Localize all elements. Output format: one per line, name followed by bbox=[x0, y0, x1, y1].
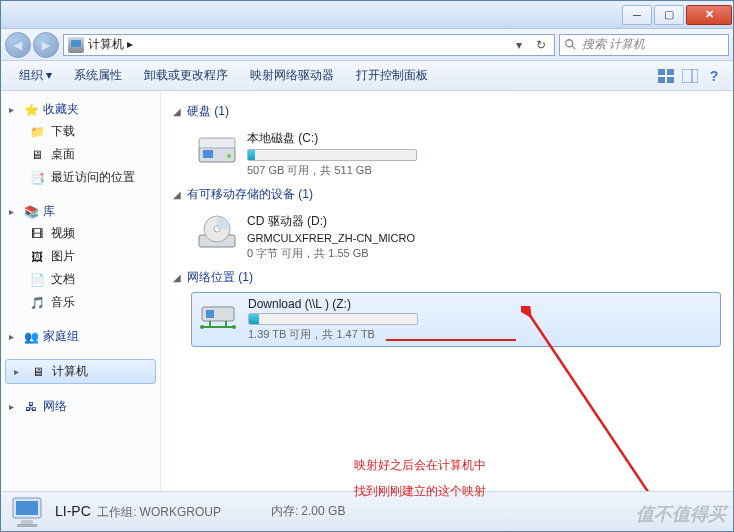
search-icon bbox=[564, 38, 578, 52]
computer-icon: 🖥 bbox=[30, 364, 46, 380]
preview-pane-icon[interactable] bbox=[679, 65, 701, 87]
collapse-icon: ◢ bbox=[173, 189, 183, 200]
workgroup-value: WORKGROUP bbox=[140, 505, 221, 519]
sidebar-item-downloads[interactable]: 📁下载 bbox=[1, 120, 160, 143]
svg-rect-21 bbox=[16, 501, 38, 515]
svg-rect-6 bbox=[682, 69, 698, 83]
usage-bar bbox=[247, 149, 417, 161]
control-panel-button[interactable]: 打开控制面板 bbox=[346, 63, 438, 88]
svg-rect-23 bbox=[17, 524, 37, 527]
computer-large-icon bbox=[9, 496, 45, 528]
navigation-pane: ▸ ⭐ 收藏夹 📁下载 🖥桌面 📑最近访问的位置 ▸ 📚 库 🎞视频 🖼图片 📄… bbox=[1, 91, 161, 491]
drive-local-c[interactable]: 本地磁盘 (C:) 507 GB 可用，共 511 GB bbox=[191, 126, 721, 182]
folder-icon: 📁 bbox=[29, 124, 45, 140]
chevron-icon: ▸ bbox=[9, 331, 19, 342]
svg-rect-9 bbox=[199, 138, 235, 148]
address-path: 计算机 ▸ bbox=[88, 36, 506, 53]
drive-name: CD 驱动器 (D:) bbox=[247, 213, 717, 230]
chevron-icon: ▸ bbox=[9, 401, 19, 412]
address-bar[interactable]: 计算机 ▸ ▾ ↻ bbox=[63, 34, 555, 56]
section-removable-header[interactable]: ◢ 有可移动存储的设备 (1) bbox=[173, 186, 721, 203]
nav-back-button[interactable]: ◄ bbox=[5, 32, 31, 58]
sidebar-item-desktop[interactable]: 🖥桌面 bbox=[1, 143, 160, 166]
annotation-underline bbox=[386, 339, 516, 341]
svg-rect-2 bbox=[658, 69, 665, 75]
svg-rect-22 bbox=[21, 520, 33, 524]
music-icon: 🎵 bbox=[29, 295, 45, 311]
svg-rect-10 bbox=[203, 150, 213, 158]
content-area: ◢ 硬盘 (1) 本地磁盘 (C:) 507 GB 可用，共 511 GB ◢ … bbox=[161, 91, 733, 491]
network-drive-icon bbox=[196, 297, 240, 337]
memory-value: 2.00 GB bbox=[301, 504, 345, 518]
drive-name: 本地磁盘 (C:) bbox=[247, 130, 717, 147]
view-icon[interactable] bbox=[655, 65, 677, 87]
toolbar: 组织 ▾ 系统属性 卸载或更改程序 映射网络驱动器 打开控制面板 ? bbox=[1, 61, 733, 91]
workgroup-label: 工作组: bbox=[97, 505, 136, 519]
map-drive-button[interactable]: 映射网络驱动器 bbox=[240, 63, 344, 88]
collapse-icon: ◢ bbox=[173, 272, 183, 283]
desktop-icon: 🖥 bbox=[29, 147, 45, 163]
sidebar-favorites-header[interactable]: ▸ ⭐ 收藏夹 bbox=[1, 99, 160, 120]
svg-rect-5 bbox=[667, 77, 674, 83]
svg-rect-16 bbox=[206, 310, 214, 318]
usage-bar bbox=[248, 313, 418, 325]
svg-point-18 bbox=[232, 325, 236, 329]
chevron-icon: ▸ bbox=[9, 206, 19, 217]
minimize-button[interactable]: ─ bbox=[622, 5, 652, 25]
section-network-header[interactable]: ◢ 网络位置 (1) bbox=[173, 269, 721, 286]
status-pc-name: LI-PC bbox=[55, 503, 91, 519]
drive-name: Download (\\L ) (Z:) bbox=[248, 297, 716, 311]
sidebar-item-documents[interactable]: 📄文档 bbox=[1, 268, 160, 291]
search-placeholder: 搜索 计算机 bbox=[582, 36, 645, 53]
svg-rect-4 bbox=[658, 77, 665, 83]
help-icon[interactable]: ? bbox=[703, 65, 725, 87]
section-hdd-header[interactable]: ◢ 硬盘 (1) bbox=[173, 103, 721, 120]
sidebar-homegroup[interactable]: ▸ 👥 家庭组 bbox=[1, 326, 160, 347]
drive-cd-d[interactable]: CD 驱动器 (D:) GRMCULXFRER_ZH-CN_MICRO 0 字节… bbox=[191, 209, 721, 265]
recent-icon: 📑 bbox=[29, 170, 45, 186]
svg-rect-3 bbox=[667, 69, 674, 75]
svg-line-1 bbox=[572, 45, 576, 49]
chevron-icon: ▸ bbox=[14, 366, 24, 377]
svg-point-0 bbox=[566, 39, 573, 46]
sidebar-item-pictures[interactable]: 🖼图片 bbox=[1, 245, 160, 268]
sidebar-item-music[interactable]: 🎵音乐 bbox=[1, 291, 160, 314]
svg-point-11 bbox=[227, 154, 231, 158]
watermark: 值不值得买 bbox=[636, 502, 726, 526]
maximize-button[interactable]: ▢ bbox=[654, 5, 684, 25]
drive-sublabel: GRMCULXFRER_ZH-CN_MICRO bbox=[247, 232, 717, 244]
video-icon: 🎞 bbox=[29, 226, 45, 242]
titlebar: ─ ▢ ✕ bbox=[1, 1, 733, 29]
computer-icon bbox=[68, 37, 84, 53]
chevron-icon: ▸ bbox=[9, 104, 19, 115]
system-properties-button[interactable]: 系统属性 bbox=[64, 63, 132, 88]
navbar: ◄ ► 计算机 ▸ ▾ ↻ 搜索 计算机 bbox=[1, 29, 733, 61]
svg-point-17 bbox=[200, 325, 204, 329]
uninstall-button[interactable]: 卸载或更改程序 bbox=[134, 63, 238, 88]
cd-icon bbox=[195, 213, 239, 253]
memory-label: 内存: bbox=[271, 504, 298, 518]
close-button[interactable]: ✕ bbox=[686, 5, 732, 25]
sidebar-computer[interactable]: ▸ 🖥 计算机 bbox=[5, 359, 156, 384]
star-icon: ⭐ bbox=[23, 102, 39, 118]
sidebar-network[interactable]: ▸ 🖧 网络 bbox=[1, 396, 160, 417]
sidebar-item-recent[interactable]: 📑最近访问的位置 bbox=[1, 166, 160, 189]
drive-status: 507 GB 可用，共 511 GB bbox=[247, 163, 717, 178]
sidebar-libraries-header[interactable]: ▸ 📚 库 bbox=[1, 201, 160, 222]
refresh-icon[interactable]: ↻ bbox=[532, 36, 550, 54]
search-input[interactable]: 搜索 计算机 bbox=[559, 34, 729, 56]
collapse-icon: ◢ bbox=[173, 106, 183, 117]
address-dropdown-icon[interactable]: ▾ bbox=[510, 36, 528, 54]
homegroup-icon: 👥 bbox=[23, 329, 39, 345]
organize-button[interactable]: 组织 ▾ bbox=[9, 63, 62, 88]
document-icon: 📄 bbox=[29, 272, 45, 288]
annotation-text: 映射好之后会在计算机中 找到刚刚建立的这个映射 bbox=[354, 452, 486, 504]
sidebar-item-videos[interactable]: 🎞视频 bbox=[1, 222, 160, 245]
drive-status: 0 字节 可用，共 1.55 GB bbox=[247, 246, 717, 261]
nav-forward-button[interactable]: ► bbox=[33, 32, 59, 58]
picture-icon: 🖼 bbox=[29, 249, 45, 265]
library-icon: 📚 bbox=[23, 204, 39, 220]
hdd-icon bbox=[195, 130, 239, 170]
network-icon: 🖧 bbox=[23, 399, 39, 415]
